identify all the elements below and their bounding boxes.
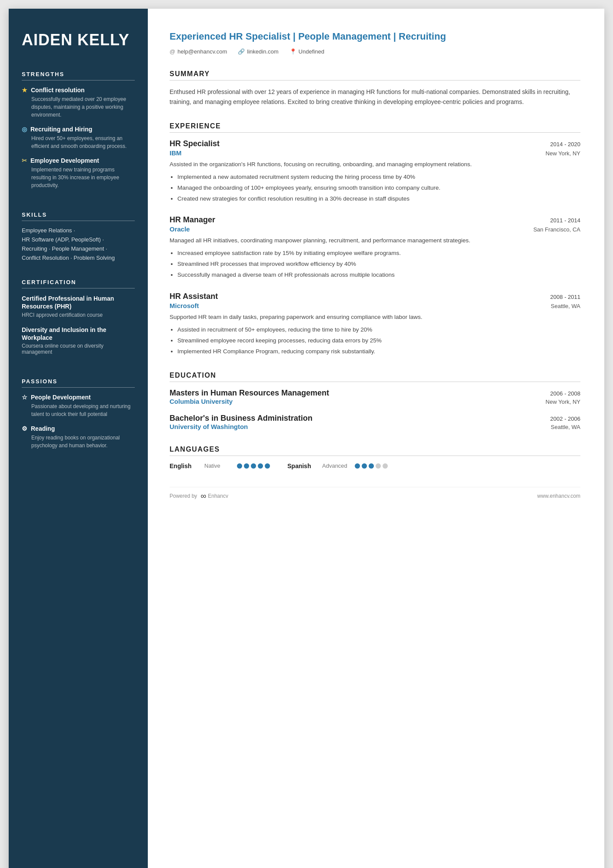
job-title: HR Assistant: [170, 292, 218, 301]
language-name: English: [170, 462, 200, 469]
skill-item: HR Software (ADP, PeopleSoft) ·: [22, 236, 135, 243]
summary-section: SUMMARY Enthused HR professional with ov…: [170, 70, 580, 107]
exp-company-row: Oracle San Francisco, CA: [170, 225, 580, 233]
bullet-item: Successfully managed a diverse team of H…: [177, 271, 580, 280]
passions-section: PASSIONS ☆ People Development Passionate…: [22, 378, 135, 456]
strengths-title: STRENGTHS: [22, 71, 135, 80]
cert-desc: Coursera online course on diversity mana…: [22, 343, 135, 355]
dot-filled: [362, 463, 367, 469]
language-item: English Native: [170, 462, 270, 469]
strength-header: ◎ Recruiting and Hiring: [22, 126, 135, 133]
contact-row: @ help@enhancv.com 🔗 linkedin.com 📍 Unde…: [170, 48, 580, 55]
education-section: EDUCATION Masters in Human Resources Man…: [170, 372, 580, 430]
page-title: Experienced HR Specialist | People Manag…: [170, 30, 580, 43]
school-name: University of Washington: [170, 423, 248, 430]
cert-desc: HRCI approved certification course: [22, 312, 135, 318]
footer-website: www.enhancv.com: [537, 493, 580, 499]
edu-location: New York, NY: [546, 399, 580, 405]
bullet-item: Implemented HR Compliance Program, reduc…: [177, 347, 580, 356]
email-contact: @ help@enhancv.com: [170, 48, 227, 55]
job-description: Managed all HR initiatives, coordinating…: [170, 236, 580, 245]
exp-company-row: Microsoft Seattle, WA: [170, 302, 580, 309]
language-name: Spanish: [287, 462, 318, 469]
strength-desc: Successfully mediated over 20 employee d…: [22, 95, 135, 119]
passion-header: ☆ People Development: [22, 394, 135, 401]
language-level: Native: [204, 462, 233, 469]
job-title: HR Manager: [170, 215, 215, 225]
edu-school-row: Columbia University New York, NY: [170, 398, 580, 405]
job-title: HR Specialist: [170, 139, 220, 148]
education-entry: Bachelor's in Business Administration 20…: [170, 414, 580, 430]
tools-icon: ✂: [22, 157, 27, 164]
education-entry: Masters in Human Resources Management 20…: [170, 389, 580, 405]
edu-dates: 2006 - 2008: [550, 390, 580, 397]
degree-title: Bachelor's in Business Administration: [170, 414, 313, 423]
bullet-item: Created new strategies for conflict reso…: [177, 194, 580, 204]
dot-filled: [237, 463, 242, 469]
skill-item: Recruiting · People Management ·: [22, 245, 135, 252]
edu-header-row: Bachelor's in Business Administration 20…: [170, 414, 580, 423]
location-contact: 📍 Undefined: [290, 48, 324, 55]
passion-header: ⚙ Reading: [22, 425, 135, 432]
dot-filled: [244, 463, 249, 469]
star-outline-icon: ☆: [22, 394, 27, 401]
languages-row: English Native Spanish Advanced: [170, 462, 580, 469]
job-bullets: Assisted in recruitment of 50+ employees…: [170, 325, 580, 356]
dot-filled: [265, 463, 270, 469]
job-dates: 2011 - 2014: [550, 217, 580, 224]
passion-item: ⚙ Reading Enjoy reading books on organiz…: [22, 425, 135, 449]
reading-icon: ⚙: [22, 425, 27, 432]
passion-desc: Enjoy reading books on organizational ps…: [22, 434, 135, 449]
location-icon: 📍: [290, 48, 297, 55]
footer-left: Powered by ∞ Enhancv: [170, 492, 228, 501]
target-icon: ◎: [22, 126, 27, 133]
dot-empty: [383, 463, 388, 469]
exp-header-row: HR Manager 2011 - 2014: [170, 215, 580, 225]
strength-item: ★ Conflict resolution Successfully media…: [22, 87, 135, 119]
experience-entry: HR Specialist 2014 - 2020 IBM New York, …: [170, 139, 580, 204]
strength-header: ★ Conflict resolution: [22, 87, 135, 94]
email-icon: @: [170, 48, 175, 55]
dot-filled: [369, 463, 374, 469]
passion-title: People Development: [31, 394, 91, 401]
summary-title: SUMMARY: [170, 70, 580, 80]
candidate-name: AIDEN KELLY: [22, 30, 135, 49]
certification-title: CERTIFICATION: [22, 279, 135, 288]
strength-title: Employee Development: [30, 157, 99, 164]
edu-dates: 2002 - 2006: [550, 416, 580, 422]
passion-desc: Passionate about developing and nurturin…: [22, 402, 135, 418]
experience-entry: HR Assistant 2008 - 2011 Microsoft Seatt…: [170, 292, 580, 356]
resume-footer: Powered by ∞ Enhancv www.enhancv.com: [170, 487, 580, 501]
experience-title: EXPERIENCE: [170, 122, 580, 133]
strength-title: Conflict resolution: [31, 87, 85, 94]
linkedin-contact: 🔗 linkedin.com: [238, 48, 278, 55]
job-dates: 2014 - 2020: [550, 141, 580, 147]
strength-item: ◎ Recruiting and Hiring Hired over 50+ e…: [22, 126, 135, 150]
bullet-item: Assisted in recruitment of 50+ employees…: [177, 325, 580, 335]
skill-item: Employee Relations ·: [22, 227, 135, 234]
skills-title: SKILLS: [22, 211, 135, 221]
strength-header: ✂ Employee Development: [22, 157, 135, 164]
strengths-section: STRENGTHS ★ Conflict resolution Successf…: [22, 71, 135, 196]
cert-item: Diversity and Inclusion in the Workplace…: [22, 326, 135, 355]
certification-section: CERTIFICATION Certified Professional in …: [22, 279, 135, 363]
logo-symbol: ∞: [200, 492, 206, 501]
exp-header-row: HR Specialist 2014 - 2020: [170, 139, 580, 148]
passions-title: PASSIONS: [22, 378, 135, 388]
email-value: help@enhancv.com: [177, 48, 227, 55]
job-description: Assisted in the organization's HR functi…: [170, 160, 580, 169]
summary-text: Enthused HR professional with over 12 ye…: [170, 87, 580, 107]
dot-filled: [251, 463, 256, 469]
passion-title: Reading: [31, 425, 55, 432]
job-description: Supported HR team in daily tasks, prepar…: [170, 313, 580, 322]
strength-title: Recruiting and Hiring: [30, 126, 92, 133]
language-level: Advanced: [322, 462, 350, 469]
bullet-item: Managed the onboarding of 100+ employees…: [177, 184, 580, 193]
job-bullets: Implemented a new automated recruitment …: [170, 173, 580, 204]
dot-empty: [376, 463, 381, 469]
bullet-item: Increased employee satisfaction rate by …: [177, 249, 580, 258]
sidebar: AIDEN KELLY STRENGTHS ★ Conflict resolut…: [9, 9, 148, 868]
language-dots: [355, 463, 388, 469]
job-location: San Francisco, CA: [533, 226, 580, 233]
edu-school-row: University of Washington Seattle, WA: [170, 423, 580, 430]
